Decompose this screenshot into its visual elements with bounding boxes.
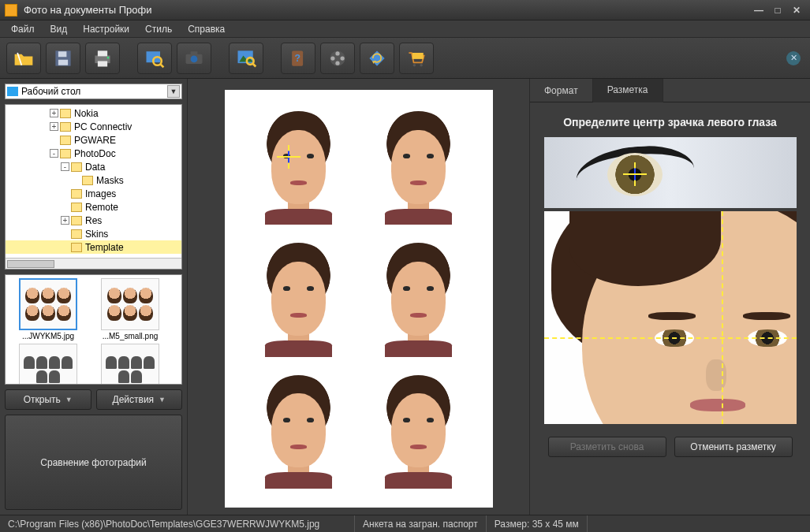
tree-item-label: Nokia — [74, 108, 99, 119]
photo-cell[interactable] — [247, 109, 351, 225]
thumbnail-label: ...JWYKM5.jpg — [9, 332, 88, 340]
menu-file[interactable]: Файл — [3, 21, 43, 37]
maximize-button[interactable]: □ — [769, 4, 786, 17]
folder-icon — [60, 136, 71, 145]
remark-again-button[interactable]: Разметить снова — [548, 437, 666, 457]
app-icon — [5, 4, 17, 17]
minimize-button[interactable]: — — [750, 4, 767, 17]
compare-photos-button[interactable]: Сравнение фотографий — [5, 415, 182, 510]
tab-format[interactable]: Формат — [530, 79, 593, 102]
tree-item[interactable]: Masks — [6, 173, 181, 187]
cancel-markup-label: Отменить разметку — [690, 441, 775, 452]
menu-view[interactable]: Вид — [43, 21, 76, 37]
photo-cell[interactable] — [247, 240, 351, 356]
chevron-down-icon[interactable]: ▼ — [167, 85, 180, 98]
guide-line-horizontal — [544, 337, 797, 339]
path-selector[interactable]: Рабочий стол ▼ — [5, 84, 182, 99]
toolbar-zoom-image[interactable] — [229, 43, 263, 74]
thumbnail-grid[interactable]: ...JWYKM5.jpg...M5_small.png...NAAGG7N.j… — [5, 274, 182, 385]
photo-cell[interactable] — [247, 373, 351, 489]
expand-icon[interactable]: + — [61, 216, 69, 225]
photo-cell[interactable] — [367, 240, 471, 356]
toolbar-camera[interactable] — [177, 43, 211, 74]
menu-settings[interactable]: Настройки — [75, 21, 137, 37]
eye-marker-cross[interactable] — [277, 145, 300, 169]
collapse-icon[interactable]: - — [61, 162, 69, 171]
toolbar-search-image[interactable] — [137, 43, 172, 74]
svg-line-9 — [160, 64, 163, 67]
status-size: Размер: 35 x 45 мм — [487, 515, 588, 532]
tree-spacer — [61, 189, 69, 198]
toolbar-open-folder[interactable] — [6, 43, 41, 74]
cancel-markup-button[interactable]: Отменить разметку — [674, 437, 793, 457]
svg-line-16 — [253, 64, 256, 67]
thumbnail-label: ...M5_small.png — [91, 332, 170, 340]
actions-button-label: Действия — [113, 394, 155, 405]
thumbnail-preview — [19, 278, 77, 330]
tree-item[interactable]: -Data — [6, 160, 181, 173]
svg-point-11 — [191, 55, 198, 62]
folder-icon — [71, 203, 82, 212]
menu-style[interactable]: Стиль — [137, 21, 180, 37]
toolbar-print[interactable] — [85, 43, 120, 74]
toolbar-save[interactable] — [46, 43, 80, 74]
titlebar: Фото на документы Профи — □ ✕ — [0, 0, 810, 20]
thumbnail-preview — [101, 278, 159, 330]
svg-point-23 — [330, 56, 334, 60]
collapse-icon[interactable]: - — [50, 149, 58, 158]
folder-icon — [71, 189, 82, 199]
folder-tree[interactable]: +Nokia+PC ConnectivPGWARE-PhotoDoc-DataM… — [5, 104, 182, 270]
tree-item[interactable]: +Nokia — [6, 106, 181, 120]
menu-help[interactable]: Справка — [180, 21, 233, 37]
thumbnail-item[interactable]: ...JWYKM5.jpg — [9, 278, 88, 340]
tab-markup[interactable]: Разметка — [593, 79, 663, 102]
svg-point-20 — [335, 51, 339, 55]
toolbar-cart[interactable] — [399, 43, 434, 74]
horizontal-scrollbar[interactable] — [6, 258, 181, 269]
thumbnail-item[interactable]: ...NAAGG7N.jpg — [9, 344, 88, 385]
tree-item[interactable]: Skins — [6, 227, 181, 240]
svg-rect-4 — [98, 50, 107, 56]
path-selector-value: Рабочий стол — [21, 86, 80, 97]
tree-item[interactable]: -PhotoDoc — [6, 147, 181, 160]
tree-item[interactable]: +PC Connectiv — [6, 120, 181, 133]
tree-item[interactable]: Images — [6, 187, 181, 200]
photo-cell[interactable] — [367, 373, 471, 489]
folder-icon — [7, 87, 18, 96]
toolbar-help-book[interactable]: ? — [281, 43, 315, 74]
toolbar-video[interactable] — [320, 43, 355, 74]
svg-point-6 — [107, 56, 110, 58]
folder-icon — [60, 149, 71, 158]
folder-open-icon — [13, 47, 35, 69]
toolbar-collapse-button[interactable]: ✕ — [786, 51, 801, 65]
tree-item[interactable]: Template — [6, 240, 181, 254]
folder-icon — [71, 216, 82, 225]
status-path: C:\Program Files (x86)\PhotoDoc\Template… — [0, 515, 355, 532]
tree-item-label: Skins — [85, 229, 108, 240]
svg-text:?: ? — [294, 53, 300, 64]
tree-item[interactable]: +Res — [6, 214, 181, 227]
status-doc-type: Анкета на загран. паспорт — [355, 515, 487, 532]
close-button[interactable]: ✕ — [788, 4, 805, 17]
printer-icon — [91, 47, 114, 69]
picture-zoom-icon — [235, 47, 257, 69]
actions-button[interactable]: Действия ▼ — [96, 389, 183, 410]
expand-icon[interactable]: + — [50, 122, 58, 131]
image-search-icon — [144, 47, 166, 69]
photo-cell[interactable] — [367, 109, 471, 225]
toolbar-update[interactable] — [360, 43, 394, 74]
open-button[interactable]: Открыть ▼ — [5, 389, 91, 410]
thumbnail-item[interactable]: ...M5_small.png — [91, 278, 170, 340]
toolbar: ? ✕ — [0, 38, 810, 79]
canvas-area[interactable] — [188, 79, 529, 515]
svg-point-21 — [341, 56, 345, 60]
thumbnail-item[interactable]: ...7N_small.png — [91, 344, 170, 385]
menubar: Файл Вид Настройки Стиль Справка — [0, 20, 810, 38]
expand-icon[interactable]: + — [50, 109, 58, 117]
svg-rect-1 — [58, 51, 67, 57]
tree-item[interactable]: Remote — [6, 200, 181, 214]
tree-item-label: Res — [85, 215, 102, 226]
svg-point-28 — [420, 64, 423, 67]
tree-item[interactable]: PGWARE — [6, 133, 181, 147]
folder-icon — [60, 122, 71, 132]
